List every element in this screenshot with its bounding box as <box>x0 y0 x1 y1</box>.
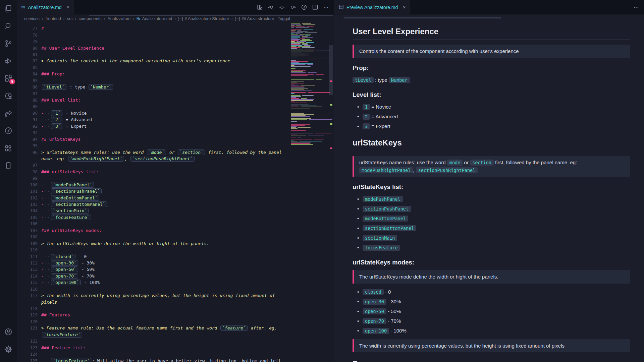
line-number[interactable]: 106 <box>17 221 38 226</box>
code-line[interactable]: 77# <box>17 25 334 32</box>
code-line[interactable]: 122 <box>17 338 334 344</box>
code-line[interactable]: 81 <box>17 51 334 58</box>
code-line[interactable]: 99 <box>17 175 334 181</box>
line-number[interactable]: 118 <box>17 306 38 311</box>
run-file-icon[interactable] <box>301 4 307 10</box>
line-number[interactable]: 113 <box>17 267 38 272</box>
line-number[interactable]: 91 <box>17 117 38 122</box>
code-line[interactable]: 94## urlStateKeys <box>17 136 334 142</box>
tab-analizzatore-md[interactable]: M↓ Analizzatore.md ✕ <box>17 0 74 14</box>
code-line[interactable]: 113-··`open-50` - 50% <box>17 266 334 273</box>
code-line[interactable]: 110 <box>17 247 334 253</box>
line-number[interactable]: 112 <box>17 260 38 265</box>
tab-close-icon[interactable]: ✕ <box>402 5 406 10</box>
previous-change-icon[interactable] <box>268 4 274 10</box>
line-number[interactable]: 82 <box>17 58 38 63</box>
code-line[interactable]: 125-··`focusFeature`: Will allow the use… <box>17 357 334 362</box>
code-line[interactable]: 89 <box>17 103 334 110</box>
code-line[interactable]: 98### urlStateKeys list: <box>17 169 334 175</box>
line-number[interactable]: 90 <box>17 111 38 116</box>
code-line[interactable]: 101-··`sectionPushPanel` <box>17 188 334 194</box>
code-line[interactable]: 85 <box>17 77 334 84</box>
breadcrumb-item---analizzatore-structure[interactable]: ⋯# Analizzatore Structure <box>178 16 229 21</box>
code-line[interactable]: 104-··`sectionMain` <box>17 207 334 214</box>
next-change-icon[interactable] <box>290 4 296 10</box>
code-line[interactable]: 97 <box>17 162 334 168</box>
code-line[interactable]: 79 <box>17 38 334 45</box>
line-number[interactable]: 98 <box>17 169 38 174</box>
line-number[interactable]: 78 <box>17 33 38 38</box>
code-line[interactable]: 84### Prop: <box>17 71 334 77</box>
account-icon[interactable] <box>4 327 13 337</box>
line-number[interactable]: 119 <box>17 312 38 317</box>
code-line[interactable]: 115-··`open-100` - 100% <box>17 279 334 286</box>
code-line[interactable]: name. eg: `modePushRightPanel`, `section… <box>17 156 334 162</box>
line-number[interactable]: 85 <box>17 78 38 83</box>
code-line[interactable]: 112-··`open-30` - 30% <box>17 260 334 266</box>
code-line[interactable]: 80## User Level Experience <box>17 45 334 51</box>
explorer-icon[interactable] <box>4 4 13 13</box>
line-number[interactable]: 110 <box>17 247 38 252</box>
code-line[interactable]: 121> Feature name rule: Use the actual f… <box>17 325 334 331</box>
code-line[interactable]: 92-··`3` = Expert <box>17 123 334 129</box>
editor-scrollbar-thumb[interactable] <box>329 45 333 95</box>
minimap[interactable] <box>289 23 326 171</box>
line-number[interactable]: 79 <box>17 39 38 44</box>
line-number[interactable]: 86 <box>17 84 38 89</box>
code-line[interactable]: 93 <box>17 129 334 136</box>
breadcrumb-item----anza-structure---toggal[interactable]: ⋯## Anza structure - Toggal <box>235 16 290 21</box>
code-line[interactable]: 90-··`1` = Novice <box>17 110 334 116</box>
source-control-icon[interactable] <box>4 39 13 48</box>
breadcrumb-item-components[interactable]: components <box>78 16 101 21</box>
code-line[interactable]: 86`tLevel` : type `Number` <box>17 84 334 90</box>
code-line[interactable]: 108 <box>17 234 334 240</box>
code-line[interactable]: 117> The width is currently using percen… <box>17 292 334 299</box>
more-actions-icon[interactable]: ⋯ <box>634 4 639 10</box>
code-line[interactable]: 109> The urlStateKeys mode define the wi… <box>17 240 334 246</box>
line-number[interactable]: 96 <box>17 150 38 155</box>
code-line[interactable]: 123### Feature list: <box>17 344 334 351</box>
line-number[interactable]: 93 <box>17 130 38 135</box>
line-number[interactable]: 114 <box>17 274 38 279</box>
line-number[interactable]: 100 <box>17 182 38 187</box>
line-number[interactable]: 77 <box>17 26 38 31</box>
code-line[interactable]: 91-··`2` = Advanced <box>17 116 334 123</box>
breadcrumb-scrollbar[interactable] <box>89 15 333 16</box>
line-number[interactable]: 108 <box>17 234 38 239</box>
line-number[interactable]: 123 <box>17 345 38 350</box>
mobile-preview-icon[interactable] <box>4 161 13 170</box>
code-line[interactable]: 83 <box>17 64 334 71</box>
code-line[interactable]: pixels <box>17 299 334 305</box>
code-line[interactable]: 87 <box>17 90 334 97</box>
tab-preview-analizzatore[interactable]: Preview Analizzatore.md ✕ <box>334 0 410 14</box>
line-number[interactable]: 111 <box>17 254 38 259</box>
breadcrumb-item-frontend[interactable]: frontend <box>46 16 61 21</box>
settings-gear-icon[interactable] <box>4 345 13 354</box>
code-line[interactable]: 82> Controls the content of the componen… <box>17 58 334 64</box>
line-number[interactable]: 88 <box>17 98 38 103</box>
breadcrumb-item-analizzatore-md[interactable]: M↓Analizzatore.md <box>137 16 172 21</box>
line-number[interactable]: 101 <box>17 189 38 194</box>
code-line[interactable]: 120 <box>17 318 334 325</box>
line-number[interactable]: 117 <box>17 293 38 298</box>
line-number[interactable]: 84 <box>17 71 38 76</box>
code-line[interactable]: 100-··`modePushPanel` <box>17 182 334 188</box>
open-preview-icon[interactable] <box>257 4 263 10</box>
code-line[interactable]: 118 <box>17 305 334 312</box>
code-line[interactable]: 119## Features <box>17 312 334 318</box>
code-line[interactable]: 111-··`closed` - 0 <box>17 253 334 259</box>
search-icon[interactable] <box>4 21 13 31</box>
line-number[interactable]: 125 <box>17 358 38 362</box>
line-number[interactable]: 122 <box>17 339 38 344</box>
line-number[interactable]: 83 <box>17 65 38 70</box>
code-line[interactable]: 96> urlStateKeys name rules: use the wor… <box>17 149 334 155</box>
line-number[interactable]: 124 <box>17 352 38 357</box>
code-line[interactable]: 103-··`sectionBottomPanel` <box>17 201 334 207</box>
split-editor-icon[interactable] <box>312 4 318 10</box>
code-line[interactable]: 95 <box>17 142 334 149</box>
breadcrumb-item-src[interactable]: src <box>67 16 73 21</box>
remote-explorer-icon[interactable] <box>4 109 13 118</box>
preview-scrollbar[interactable] <box>343 17 501 18</box>
run-debug-icon[interactable] <box>4 56 13 66</box>
line-number[interactable]: 89 <box>17 104 38 109</box>
